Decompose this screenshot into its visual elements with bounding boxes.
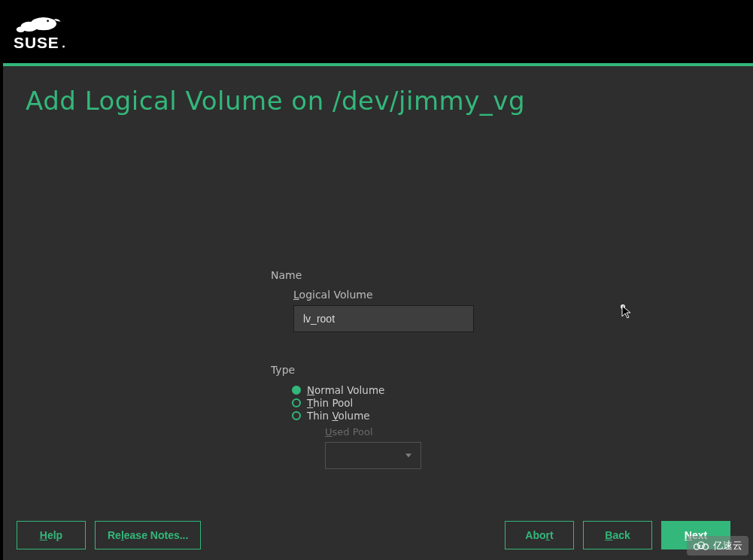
radio-icon [292,386,301,395]
svg-point-5 [62,46,65,48]
abort-button[interactable]: Abort [505,521,574,549]
back-button[interactable]: Back [583,521,652,549]
svg-point-10 [700,545,701,546]
used-pool-dropdown[interactable] [325,442,421,469]
radio-normal-volume[interactable]: Normal Volume [292,383,527,396]
name-group-label: Name [271,269,527,281]
form-area: Name Logical Volume Type Normal Volume T… [271,269,527,469]
radio-icon [292,411,301,420]
main-panel: Add Logical Volume on /dev/jimmy_vg Name… [3,66,753,560]
radio-thin-pool[interactable]: Thin Pool [292,396,527,409]
radio-label: Thin Pool [307,397,353,409]
svg-point-3 [47,20,49,22]
svg-point-11 [702,545,703,546]
type-group-label: Type [271,364,527,376]
header: SUSE [0,0,753,63]
suse-logo: SUSE [14,12,85,53]
footer: Help Release Notes... Abort Back Next [3,521,753,551]
chevron-down-icon [405,454,411,458]
logical-volume-label: Logical Volume [293,289,527,301]
radio-icon [292,398,301,407]
logical-volume-input[interactable] [293,305,474,332]
help-button[interactable]: Help [17,521,86,549]
radio-thin-volume[interactable]: Thin Volume [292,409,527,422]
used-pool-label: Used Pool [325,426,527,437]
release-notes-button[interactable]: Release Notes... [95,521,201,549]
radio-label: Thin Volume [307,410,370,422]
watermark: 亿速云 [687,536,748,555]
radio-label: Normal Volume [307,384,384,396]
watermark-text: 亿速云 [713,539,742,552]
svg-text:SUSE: SUSE [14,34,59,51]
page-title: Add Logical Volume on /dev/jimmy_vg [3,66,753,116]
svg-point-2 [17,26,25,32]
